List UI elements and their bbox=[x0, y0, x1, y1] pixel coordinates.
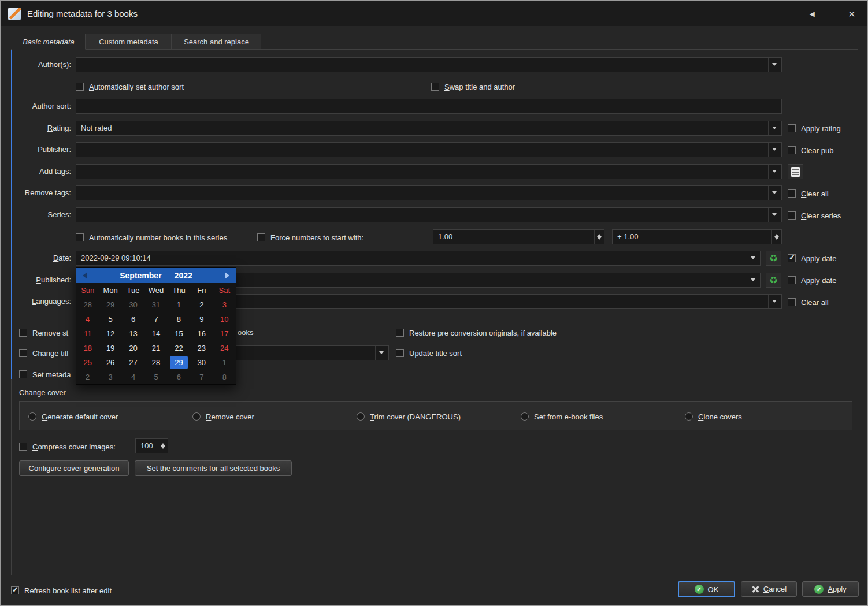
calendar-day[interactable]: 31 bbox=[144, 298, 167, 312]
remove-conversion-settings-checkbox[interactable]: Remove st bbox=[19, 328, 68, 338]
calendar-day[interactable]: 7 bbox=[144, 312, 167, 326]
tab-custom-metadata[interactable]: Custom metadata bbox=[86, 34, 172, 50]
cancel-button[interactable]: Cancel bbox=[741, 581, 797, 597]
calendar-day[interactable]: 4 bbox=[76, 312, 99, 326]
dropdown-arrow-icon[interactable] bbox=[375, 346, 388, 360]
dropdown-arrow-icon[interactable] bbox=[768, 295, 781, 308]
swap-title-author-checkbox[interactable]: Swap title and author bbox=[431, 81, 515, 92]
window-menu-arrow-button[interactable]: ◀ bbox=[803, 1, 821, 26]
refresh-book-list-checkbox[interactable]: Refresh book list after edit bbox=[11, 585, 112, 596]
apply-button[interactable]: ✓ Apply bbox=[802, 581, 859, 597]
dropdown-arrow-icon[interactable] bbox=[768, 186, 781, 200]
auto-number-series-checkbox[interactable]: Automatically number books in this serie… bbox=[76, 232, 227, 243]
change-title-case-checkbox[interactable]: Change titl bbox=[19, 348, 68, 358]
set-metadata-checkbox[interactable]: Set metada bbox=[19, 369, 71, 380]
force-numbers-checkbox[interactable]: Force numbers to start with: bbox=[257, 232, 363, 243]
dropdown-arrow-icon[interactable] bbox=[768, 165, 781, 179]
calendar-day[interactable]: 29 bbox=[99, 298, 121, 312]
calendar-day[interactable]: 4 bbox=[122, 370, 144, 384]
clear-all-tags-checkbox[interactable]: Clear all bbox=[788, 188, 829, 199]
dropdown-arrow-icon[interactable] bbox=[768, 143, 781, 157]
calendar-day[interactable]: 19 bbox=[99, 341, 121, 355]
calendar-day[interactable]: 9 bbox=[190, 312, 213, 326]
authors-combo[interactable] bbox=[76, 57, 782, 72]
radio-clone-covers[interactable]: Clone covers bbox=[685, 411, 742, 422]
dropdown-arrow-icon[interactable] bbox=[768, 208, 781, 222]
calendar-day[interactable]: 22 bbox=[168, 341, 190, 355]
calendar-day[interactable]: 24 bbox=[213, 341, 236, 355]
calendar-day[interactable]: 16 bbox=[190, 326, 213, 341]
dropdown-arrow-icon[interactable] bbox=[768, 121, 781, 135]
calendar-day[interactable]: 2 bbox=[190, 298, 213, 312]
clear-all-languages-checkbox[interactable]: Clear all bbox=[788, 297, 829, 307]
rating-combo[interactable]: Not rated bbox=[76, 121, 782, 136]
calendar-day[interactable]: 5 bbox=[144, 370, 167, 384]
radio-trim-cover[interactable]: Trim cover (DANGEROUS) bbox=[357, 411, 461, 422]
add-tags-combo[interactable] bbox=[76, 164, 782, 179]
radio-generate-default-cover[interactable]: Generate default cover bbox=[28, 411, 118, 422]
calendar-day[interactable]: 18 bbox=[76, 341, 99, 355]
calendar-day[interactable]: 28 bbox=[144, 355, 167, 370]
tab-basic-metadata[interactable]: Basic metadata bbox=[12, 34, 86, 50]
update-title-sort-checkbox[interactable]: Update title sort bbox=[396, 348, 462, 358]
series-start-spinbox[interactable]: 1.00 bbox=[433, 229, 604, 244]
spinner-buttons[interactable] bbox=[594, 230, 604, 244]
calendar-day[interactable]: 27 bbox=[122, 355, 144, 370]
tab-search-and-replace[interactable]: Search and replace bbox=[172, 34, 261, 50]
compress-quality-spinbox[interactable]: 100 bbox=[135, 438, 168, 453]
calendar-day[interactable]: 8 bbox=[213, 370, 236, 384]
dropdown-arrow-icon[interactable] bbox=[747, 251, 760, 265]
calendar-day[interactable]: 30 bbox=[122, 298, 144, 312]
author-sort-input[interactable] bbox=[76, 99, 782, 114]
radio-set-from-ebook-files[interactable]: Set from e-book files bbox=[521, 411, 603, 422]
radio-remove-cover[interactable]: Remove cover bbox=[192, 411, 254, 422]
tag-editor-button[interactable] bbox=[788, 164, 803, 179]
calendar-day[interactable]: 21 bbox=[144, 341, 167, 355]
dropdown-arrow-icon[interactable] bbox=[747, 273, 760, 287]
calendar-day[interactable]: 30 bbox=[190, 355, 213, 370]
calendar-day[interactable]: 6 bbox=[122, 312, 144, 326]
clear-pub-checkbox[interactable]: Clear pub bbox=[788, 145, 833, 155]
calendar-day[interactable]: 14 bbox=[144, 326, 167, 341]
series-combo[interactable] bbox=[76, 207, 782, 222]
calendar-day[interactable]: 7 bbox=[190, 370, 213, 384]
spinner-buttons[interactable] bbox=[158, 439, 168, 453]
calendar-day[interactable]: 26 bbox=[99, 355, 121, 370]
apply-rating-checkbox[interactable]: Apply rating bbox=[788, 123, 841, 133]
calendar-day[interactable]: 12 bbox=[99, 326, 121, 341]
calendar-day[interactable]: 28 bbox=[76, 298, 99, 312]
publisher-combo[interactable] bbox=[76, 142, 782, 157]
calendar-day[interactable]: 17 bbox=[213, 326, 236, 341]
calendar-day[interactable]: 10 bbox=[213, 312, 236, 326]
calendar-day[interactable]: 23 bbox=[190, 341, 213, 355]
clear-series-checkbox[interactable]: Clear series bbox=[788, 210, 841, 221]
auto-author-sort-checkbox[interactable]: Automatically set author sort bbox=[76, 81, 184, 92]
set-comments-button[interactable]: Set the comments for all selected books bbox=[135, 460, 292, 476]
configure-cover-generation-button[interactable]: Configure cover generation bbox=[19, 460, 129, 476]
calendar-day[interactable]: 11 bbox=[76, 326, 99, 341]
calendar-day[interactable]: 13 bbox=[122, 326, 144, 341]
remove-tags-combo[interactable] bbox=[76, 185, 782, 200]
dropdown-arrow-icon[interactable] bbox=[768, 58, 781, 72]
calendar-day[interactable]: 3 bbox=[213, 298, 236, 312]
calendar-prev-month-icon[interactable] bbox=[83, 272, 87, 279]
calendar-day-selected[interactable]: 29 bbox=[170, 356, 188, 369]
apply-date-checkbox[interactable]: Apply date bbox=[788, 253, 836, 263]
calendar-day[interactable]: 15 bbox=[168, 326, 190, 341]
close-button[interactable]: × bbox=[843, 1, 861, 26]
compress-cover-images-checkbox[interactable]: Compress cover images: bbox=[19, 441, 116, 452]
date-reset-button[interactable]: ♻ bbox=[766, 251, 781, 266]
calendar-day[interactable]: 6 bbox=[168, 370, 190, 384]
series-increment-spinbox[interactable]: + 1.00 bbox=[612, 229, 782, 244]
calendar-day[interactable]: 3 bbox=[99, 370, 121, 384]
restore-originals-checkbox[interactable]: Restore pre conversion originals, if ava… bbox=[396, 328, 557, 338]
calendar-day[interactable]: 1 bbox=[213, 355, 236, 370]
calendar-day[interactable]: 20 bbox=[122, 341, 144, 355]
published-reset-button[interactable]: ♻ bbox=[766, 273, 781, 288]
calendar-day[interactable]: 2 bbox=[76, 370, 99, 384]
apply-published-date-checkbox[interactable]: Apply date bbox=[788, 275, 836, 285]
calendar-day[interactable]: 25 bbox=[76, 355, 99, 370]
calendar-day[interactable]: 8 bbox=[168, 312, 190, 326]
ok-button[interactable]: ✓ OK bbox=[678, 581, 735, 597]
spinner-buttons[interactable] bbox=[771, 230, 781, 244]
